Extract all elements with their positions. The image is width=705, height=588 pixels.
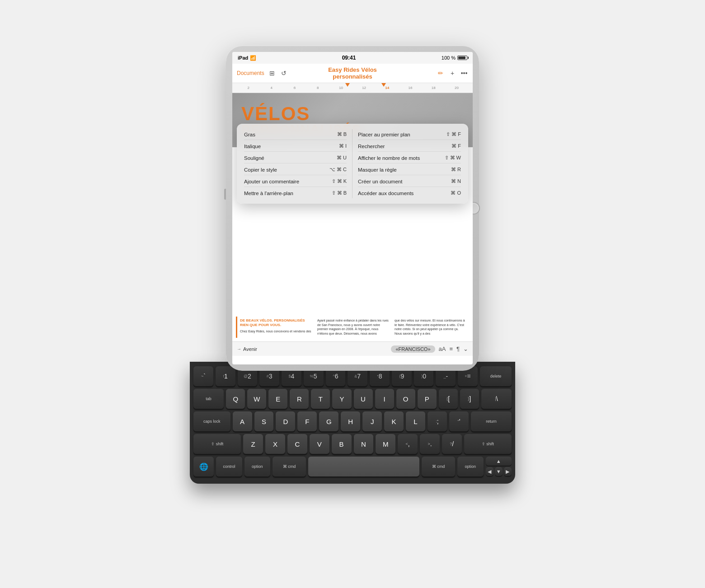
key-slash[interactable]: ?/ bbox=[442, 434, 462, 454]
bottom-icons: aA ≡ ¶ ⌄ bbox=[439, 345, 468, 352]
more-icon[interactable]: ••• bbox=[460, 69, 468, 77]
keyboard-rows: ~` !1 @2 #3 $4 %5 ^6 &7 *8 (9 )0 _- += d… bbox=[193, 366, 512, 476]
ruler-right-tab[interactable] bbox=[381, 83, 386, 87]
status-left: iPad 📶 bbox=[238, 55, 256, 61]
key-option-left[interactable]: option bbox=[244, 457, 270, 476]
shortcut-row[interactable]: Rechercher ⌘ F bbox=[358, 141, 461, 152]
shortcut-keys-italique: ⌘ I bbox=[339, 143, 347, 149]
key-q[interactable]: Q bbox=[226, 389, 245, 409]
align-icon[interactable]: ≡ bbox=[449, 345, 453, 352]
shortcut-label-italique: Italique bbox=[244, 144, 261, 149]
key-j[interactable]: J bbox=[362, 411, 382, 431]
key-row-qwerty: tab Q W E R T Y U I O P {[ }] |\ bbox=[193, 389, 512, 409]
shortcut-row[interactable]: Gras ⌘ B bbox=[244, 129, 347, 140]
key-arrow-right[interactable]: ▶ bbox=[504, 467, 512, 476]
key-delete[interactable]: delete bbox=[480, 366, 512, 386]
shortcut-row[interactable]: Ajouter un commentaire ⇧ ⌘ K bbox=[244, 176, 347, 187]
key-1[interactable]: !1 bbox=[216, 366, 235, 386]
doc-orange-body: Chez Easy Rides, nous concevons et vendo… bbox=[240, 329, 312, 334]
shortcut-row[interactable]: Mettre à l'arrière-plan ⇧ ⌘ B bbox=[244, 188, 347, 198]
ruler: 2 4 6 8 10 12 14 16 18 20 bbox=[232, 83, 473, 93]
key-tilde[interactable]: ~` bbox=[193, 366, 213, 386]
shortcut-row[interactable]: Afficher le nombre de mots ⇧ ⌘ W bbox=[358, 153, 461, 163]
key-semicolon[interactable]: :; bbox=[428, 411, 447, 431]
key-d[interactable]: D bbox=[276, 411, 295, 431]
key-z[interactable]: Z bbox=[243, 434, 263, 454]
key-quote[interactable]: "' bbox=[449, 411, 469, 431]
key-comma[interactable]: <, bbox=[398, 434, 418, 454]
key-backslash[interactable]: |\ bbox=[481, 389, 512, 409]
key-c[interactable]: C bbox=[287, 434, 307, 454]
shortcut-row[interactable]: Souligné ⌘ U bbox=[244, 153, 347, 163]
key-capslock[interactable]: caps lock bbox=[193, 411, 230, 431]
undo-icon[interactable]: ↺ bbox=[280, 69, 288, 77]
key-a[interactable]: A bbox=[233, 411, 252, 431]
key-o[interactable]: O bbox=[396, 389, 415, 409]
paragraph-icon[interactable]: ¶ bbox=[456, 345, 460, 352]
shortcut-keys-mots: ⇧ ⌘ W bbox=[445, 155, 461, 161]
ruler-mark: 2 bbox=[237, 86, 260, 90]
layout-icon[interactable]: ⊞ bbox=[268, 69, 276, 77]
shortcut-keys-premier: ⇧ ⌘ F bbox=[446, 131, 461, 137]
key-g[interactable]: G bbox=[319, 411, 338, 431]
key-period[interactable]: >. bbox=[420, 434, 440, 454]
status-right: 100 % bbox=[442, 55, 467, 61]
key-cmd-right[interactable]: ⌘ cmd bbox=[422, 457, 455, 476]
ruler-left-tab[interactable] bbox=[345, 83, 350, 87]
key-control[interactable]: control bbox=[216, 457, 242, 476]
ruler-mark: 14 bbox=[376, 86, 399, 90]
key-b[interactable]: B bbox=[332, 434, 352, 454]
key-h[interactable]: H bbox=[341, 411, 360, 431]
key-bracket-open[interactable]: {[ bbox=[439, 389, 458, 409]
pen-icon[interactable]: ✏ bbox=[437, 69, 445, 77]
key-arrow-up[interactable]: ▲ bbox=[486, 457, 512, 466]
key-l[interactable]: L bbox=[406, 411, 425, 431]
doc-col-text-3: que des vélos sur mesure. Et nous contin… bbox=[392, 317, 469, 338]
expand-icon[interactable]: ⌄ bbox=[463, 345, 468, 352]
key-arrow-down[interactable]: ▼ bbox=[495, 467, 503, 476]
key-t[interactable]: T bbox=[311, 389, 330, 409]
documents-button[interactable]: Documents bbox=[237, 70, 264, 76]
key-shift-right[interactable]: ⇧ shift bbox=[464, 434, 512, 454]
ruler-mark: 6 bbox=[283, 86, 306, 90]
key-tab[interactable]: tab bbox=[193, 389, 224, 409]
key-v[interactable]: V bbox=[310, 434, 329, 454]
key-option-right[interactable]: option bbox=[457, 457, 483, 476]
key-bracket-close[interactable]: }] bbox=[460, 389, 479, 409]
shortcut-row[interactable]: Masquer la règle ⌘ R bbox=[358, 164, 461, 175]
shortcut-row[interactable]: Créer un document ⌘ N bbox=[358, 176, 461, 187]
key-i[interactable]: I bbox=[375, 389, 394, 409]
shortcut-row[interactable]: Accéder aux documents ⌘ O bbox=[358, 188, 461, 198]
shortcut-label-souligne: Souligné bbox=[244, 155, 264, 161]
font-style-pill[interactable]: «FRANCISCO» bbox=[391, 345, 435, 353]
key-r[interactable]: R bbox=[290, 389, 309, 409]
key-u[interactable]: U bbox=[354, 389, 373, 409]
shortcut-row[interactable]: Italique ⌘ I bbox=[244, 141, 347, 152]
key-arrow-left[interactable]: ◀ bbox=[486, 467, 494, 476]
key-s[interactable]: S bbox=[254, 411, 274, 431]
key-shift-left[interactable]: ⇧ shift bbox=[193, 434, 241, 454]
key-f[interactable]: F bbox=[297, 411, 317, 431]
key-p[interactable]: P bbox=[418, 389, 437, 409]
key-n[interactable]: N bbox=[354, 434, 374, 454]
shortcut-row[interactable]: Placer au premier plan ⇧ ⌘ F bbox=[358, 129, 461, 140]
key-space[interactable] bbox=[308, 457, 419, 476]
ruler-mark: 18 bbox=[422, 86, 445, 90]
key-globe[interactable]: 🌐 bbox=[193, 457, 214, 476]
key-w[interactable]: W bbox=[247, 389, 266, 409]
shortcut-keys-copier: ⌥ ⌘ C bbox=[329, 167, 347, 173]
add-icon[interactable]: + bbox=[448, 69, 456, 77]
key-k[interactable]: K bbox=[384, 411, 404, 431]
shortcut-label-rechercher: Rechercher bbox=[358, 144, 385, 149]
key-m[interactable]: M bbox=[376, 434, 395, 454]
key-return[interactable]: return bbox=[471, 411, 512, 431]
key-row-bottom: 🌐 control option ⌘ cmd ⌘ cmd option ▲ ◀ … bbox=[193, 457, 512, 476]
key-cmd-left[interactable]: ⌘ cmd bbox=[273, 457, 306, 476]
key-y[interactable]: Y bbox=[332, 389, 351, 409]
shortcut-row[interactable]: Copier le style ⌥ ⌘ C bbox=[244, 164, 347, 175]
font-size-icon[interactable]: aA bbox=[439, 345, 446, 352]
key-row-asdf: caps lock A S D F G H J K L :; "' return bbox=[193, 411, 512, 431]
ruler-mark: 12 bbox=[352, 86, 376, 90]
key-x[interactable]: X bbox=[265, 434, 285, 454]
key-e[interactable]: E bbox=[268, 389, 287, 409]
